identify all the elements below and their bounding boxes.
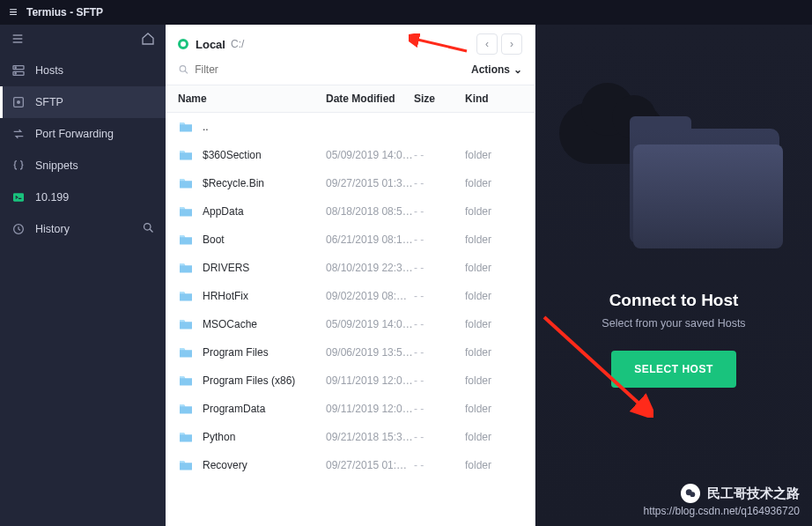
location-path[interactable]: C:/ xyxy=(231,38,244,50)
col-size[interactable]: Size xyxy=(414,93,465,105)
sidebar-item-10-199[interactable]: 10.199 xyxy=(0,182,166,213)
sidebar-item-sftp[interactable]: SFTP xyxy=(0,86,166,118)
file-kind: folder xyxy=(465,318,522,330)
file-size: - - xyxy=(414,346,465,359)
file-name: HRHotFix xyxy=(178,290,326,302)
file-date: 05/09/2019 14:0… xyxy=(326,149,414,161)
sidebar-item-history[interactable]: History xyxy=(0,213,166,245)
nav-prev-button[interactable]: ‹ xyxy=(476,33,498,55)
app-title: Termius - SFTP xyxy=(26,6,103,19)
connection-status-icon xyxy=(178,39,188,49)
file-size: - - xyxy=(414,403,465,415)
file-date: 09/11/2019 12:0… xyxy=(326,403,414,415)
table-row[interactable]: HRHotFix09/02/2019 08:…- -folder xyxy=(166,282,535,310)
arrows-icon xyxy=(11,126,26,142)
file-size: - - xyxy=(414,431,465,443)
filter-input[interactable] xyxy=(195,63,464,76)
file-date: 09/27/2015 01:… xyxy=(326,459,414,471)
folder-icon xyxy=(178,262,194,274)
sidebar-item-label: History xyxy=(35,223,70,235)
file-date: 09/11/2019 12:0… xyxy=(326,374,414,387)
file-name: Program Files (x86) xyxy=(178,374,326,387)
table-row[interactable]: AppData08/18/2018 08:5…- -folder xyxy=(166,197,535,226)
wechat-icon xyxy=(681,484,700,503)
svg-line-12 xyxy=(150,229,152,232)
file-name: Recovery xyxy=(178,459,326,471)
folder-icon xyxy=(178,346,194,359)
connect-subtitle: Select from your saved Hosts xyxy=(602,317,745,330)
file-kind: folder xyxy=(465,290,522,302)
file-size: - - xyxy=(414,290,465,302)
file-size: - - xyxy=(414,205,465,218)
connect-title: Connect to Host xyxy=(609,291,739,310)
file-name: .. xyxy=(178,121,326,133)
sidebar-back-icon[interactable] xyxy=(11,32,25,48)
file-name: ProgramData xyxy=(178,403,326,415)
file-size: - - xyxy=(414,177,465,189)
watermark-url: https://blog.csdn.net/q164936720 xyxy=(644,505,800,517)
file-name: $Recycle.Bin xyxy=(178,177,326,189)
table-row[interactable]: Recovery09/27/2015 01:…- -folder xyxy=(166,451,535,479)
file-date: 08/18/2018 08:5… xyxy=(326,205,414,218)
file-date: 09/06/2019 13:5… xyxy=(326,346,414,359)
file-name: MSOCache xyxy=(178,318,326,330)
table-row[interactable]: .. xyxy=(166,113,535,141)
file-date: 06/21/2019 08:1… xyxy=(326,233,414,246)
folder-icon xyxy=(178,318,194,330)
file-name: AppData xyxy=(178,205,326,218)
file-size: - - xyxy=(414,318,465,330)
table-row[interactable]: MSOCache05/09/2019 14:0…- -folder xyxy=(166,310,535,338)
chevron-down-icon: ⌄ xyxy=(513,63,522,76)
select-host-button[interactable]: SELECT HOST xyxy=(611,351,736,388)
svg-point-5 xyxy=(15,67,16,68)
sidebar-item-label: SFTP xyxy=(35,96,63,108)
folder-icon xyxy=(178,121,194,133)
table-row[interactable]: Python09/21/2018 15:31…- -folder xyxy=(166,423,535,451)
sidebar-item-hosts[interactable]: Hosts xyxy=(0,55,166,86)
file-name: Python xyxy=(178,431,326,443)
prompt-icon xyxy=(11,189,26,205)
sidebar-item-snippets[interactable]: Snippets xyxy=(0,150,166,182)
file-kind: folder xyxy=(465,459,522,471)
folder-icon xyxy=(178,290,194,302)
home-icon[interactable] xyxy=(141,32,155,48)
actions-button[interactable]: Actions ⌄ xyxy=(471,63,522,76)
file-list[interactable]: ..$360Section05/09/2019 14:0…- -folder$R… xyxy=(166,113,535,526)
file-name: $360Section xyxy=(178,149,326,161)
annotation-arrow-icon xyxy=(409,33,470,55)
file-kind: folder xyxy=(465,233,522,246)
search-icon[interactable] xyxy=(142,221,155,237)
folder-icon xyxy=(178,459,194,471)
column-headers: Name Date Modified Size Kind xyxy=(166,85,535,113)
sidebar-item-label: 10.199 xyxy=(35,191,69,204)
svg-line-15 xyxy=(185,70,188,73)
actions-label: Actions xyxy=(471,63,510,76)
table-row[interactable]: ProgramData09/11/2019 12:0…- -folder xyxy=(166,395,535,423)
file-kind: folder xyxy=(465,346,522,359)
braces-icon xyxy=(11,158,26,174)
col-name[interactable]: Name xyxy=(178,93,326,105)
sidebar: HostsSFTPPort ForwardingSnippets10.199Hi… xyxy=(0,25,166,526)
table-row[interactable]: Program Files09/06/2019 13:5…- -folder xyxy=(166,338,535,367)
host-pane: Connect to Host Select from your saved H… xyxy=(535,25,812,526)
file-date: 09/27/2015 01:3… xyxy=(326,177,414,189)
table-row[interactable]: Boot06/21/2019 08:1…- -folder xyxy=(166,226,535,254)
file-name: Program Files xyxy=(178,346,326,359)
file-kind: folder xyxy=(465,177,522,189)
nav-next-button[interactable]: › xyxy=(501,33,522,55)
watermark: 民工哥技术之路 https://blog.csdn.net/q164936720 xyxy=(644,484,800,517)
folder-icon xyxy=(178,233,194,246)
file-kind: folder xyxy=(465,205,522,218)
table-row[interactable]: $Recycle.Bin09/27/2015 01:3…- -folder xyxy=(166,169,535,197)
table-row[interactable]: Program Files (x86)09/11/2019 12:0…- -fo… xyxy=(166,367,535,395)
sidebar-item-port-forwarding[interactable]: Port Forwarding xyxy=(0,118,166,150)
table-row[interactable]: $360Section05/09/2019 14:0…- -folder xyxy=(166,141,535,169)
file-name: DRIVERS xyxy=(178,262,326,274)
folder-icon xyxy=(178,403,194,415)
table-row[interactable]: DRIVERS08/10/2019 22:3…- -folder xyxy=(166,254,535,282)
col-date[interactable]: Date Modified xyxy=(326,93,414,105)
menu-icon[interactable]: ≡ xyxy=(0,4,26,20)
watermark-text: 民工哥技术之路 xyxy=(707,485,800,502)
col-kind[interactable]: Kind xyxy=(465,93,522,105)
folder-illustration xyxy=(577,111,771,261)
